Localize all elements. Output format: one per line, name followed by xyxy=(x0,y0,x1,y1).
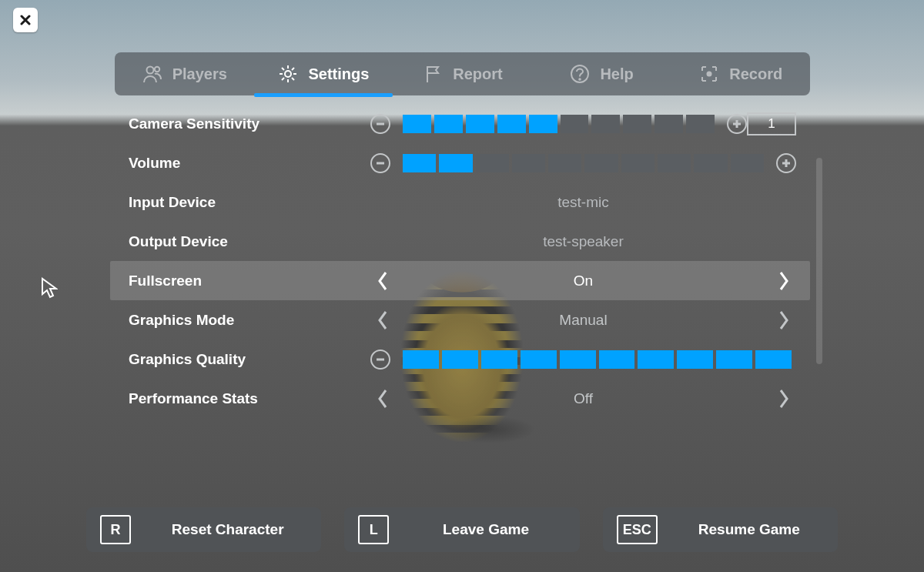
tab-report[interactable]: Report xyxy=(393,52,532,95)
button-label: Leave Game xyxy=(406,521,565,538)
setting-label: Camera Sensitivity xyxy=(129,115,370,132)
svg-point-1 xyxy=(155,67,159,72)
slider-blocks[interactable] xyxy=(398,115,719,133)
setting-label: Graphics Mode xyxy=(129,312,370,329)
volume-slider[interactable] xyxy=(370,153,796,173)
chevron-right-icon[interactable] xyxy=(772,269,796,293)
setting-fullscreen: Fullscreen On xyxy=(110,261,810,300)
setting-volume: Volume xyxy=(115,143,810,182)
chevron-left-icon[interactable] xyxy=(370,386,395,411)
resume-game-button[interactable]: ESC Resume Game xyxy=(603,507,838,552)
keycap: L xyxy=(358,515,389,544)
tab-record[interactable]: Record xyxy=(671,52,810,95)
tab-label: Help xyxy=(600,65,633,83)
tab-settings[interactable]: Settings xyxy=(254,52,393,95)
slider-blocks[interactable] xyxy=(398,154,768,172)
tab-label: Record xyxy=(729,65,782,83)
tab-help[interactable]: Help xyxy=(532,52,671,95)
minus-button[interactable] xyxy=(370,153,390,173)
chevron-left-icon[interactable] xyxy=(370,308,395,333)
setting-input-device: Input Device test-mic xyxy=(115,182,810,222)
tab-label: Players xyxy=(172,65,227,83)
setting-label: Volume xyxy=(129,155,370,172)
graphics-mode-value: Manual xyxy=(395,312,772,329)
record-icon xyxy=(698,63,720,85)
svg-point-4 xyxy=(580,79,581,80)
minus-button[interactable] xyxy=(370,114,390,134)
action-bar: R Reset Character L Leave Game ESC Resum… xyxy=(86,507,838,552)
leave-game-button[interactable]: L Leave Game xyxy=(344,507,579,552)
svg-point-5 xyxy=(707,72,712,77)
plus-button[interactable] xyxy=(727,114,747,134)
input-device-value: test-mic xyxy=(370,194,796,211)
setting-label: Input Device xyxy=(129,194,370,211)
help-icon xyxy=(569,63,591,85)
svg-point-0 xyxy=(146,67,153,74)
chevron-right-icon[interactable] xyxy=(772,308,796,333)
performance-stats-value: Off xyxy=(395,390,772,407)
close-button[interactable] xyxy=(13,8,38,32)
reset-character-button[interactable]: R Reset Character xyxy=(86,507,321,552)
slider-blocks[interactable] xyxy=(398,350,796,369)
setting-graphics-quality: Graphics Quality xyxy=(115,340,810,379)
setting-label: Fullscreen xyxy=(129,273,370,289)
tab-bar: Players Settings Report Help Record xyxy=(115,52,810,95)
keycap: R xyxy=(100,515,131,544)
tab-label: Settings xyxy=(308,65,369,83)
svg-point-2 xyxy=(285,71,291,77)
camera-sensitivity-input[interactable]: 1 xyxy=(747,112,796,135)
setting-camera-sensitivity: Camera Sensitivity 1 xyxy=(115,104,810,143)
gear-icon xyxy=(277,63,299,85)
players-icon xyxy=(142,63,163,85)
plus-button[interactable] xyxy=(776,153,796,173)
tab-label: Report xyxy=(453,65,502,83)
scrollbar[interactable] xyxy=(816,158,822,364)
setting-performance-stats: Performance Stats Off xyxy=(115,379,810,418)
graphics-quality-slider[interactable] xyxy=(370,350,796,370)
minus-button[interactable] xyxy=(370,350,390,370)
flag-icon xyxy=(422,63,444,85)
setting-label: Output Device xyxy=(129,233,370,250)
close-icon xyxy=(20,15,31,25)
camera-sensitivity-slider[interactable] xyxy=(370,114,747,134)
settings-panel: Camera Sensitivity 1 Volume Input Device… xyxy=(115,104,810,495)
output-device-value: test-speaker xyxy=(370,233,796,250)
chevron-left-icon[interactable] xyxy=(370,269,395,293)
button-label: Reset Character xyxy=(148,521,307,538)
setting-graphics-mode: Graphics Mode Manual xyxy=(115,300,810,340)
setting-label: Performance Stats xyxy=(129,390,370,407)
keycap: ESC xyxy=(617,515,658,544)
chevron-right-icon[interactable] xyxy=(772,386,796,411)
cursor-icon xyxy=(41,277,58,299)
button-label: Resume Game xyxy=(675,521,824,538)
fullscreen-value: On xyxy=(395,273,772,289)
setting-output-device: Output Device test-speaker xyxy=(115,222,810,261)
tab-players[interactable]: Players xyxy=(115,52,254,95)
setting-label: Graphics Quality xyxy=(129,351,370,368)
